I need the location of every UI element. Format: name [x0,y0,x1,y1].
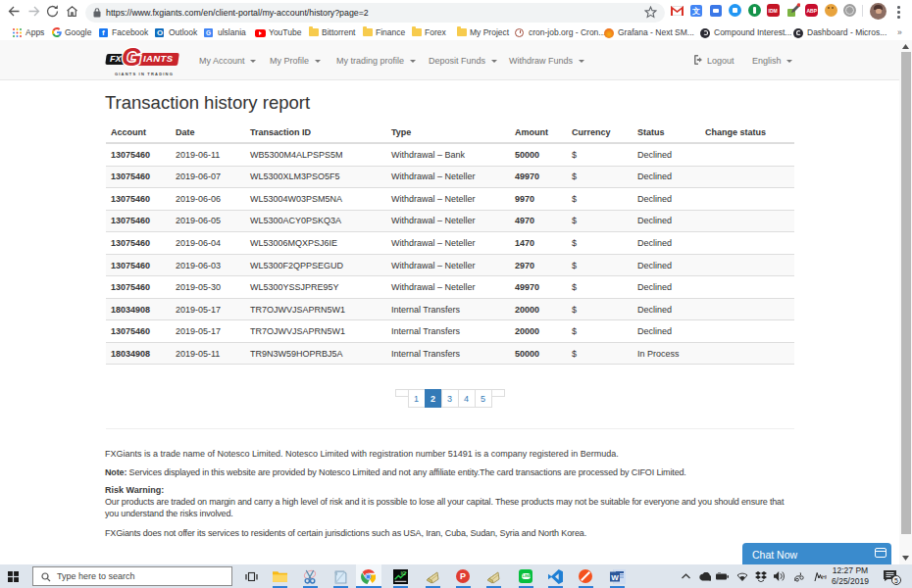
svg-text:W: W [611,573,619,582]
svg-text:IC: IC [401,570,406,576]
